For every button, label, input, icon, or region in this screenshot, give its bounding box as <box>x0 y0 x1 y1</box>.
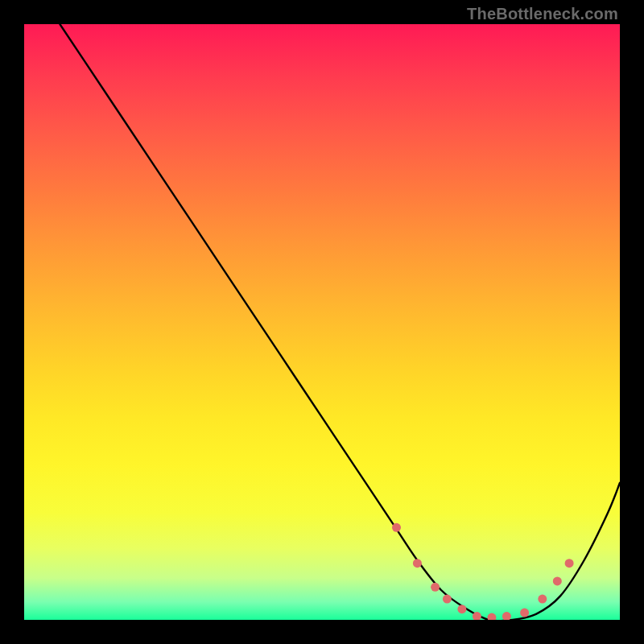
highlight-dot <box>502 612 511 620</box>
highlight-dot <box>413 559 422 568</box>
highlight-dot <box>392 523 401 532</box>
highlight-dot <box>565 559 574 568</box>
highlight-dot <box>443 595 452 604</box>
highlight-dot <box>431 583 440 592</box>
highlight-dot <box>553 576 562 585</box>
highlight-dots <box>392 523 574 620</box>
highlight-dot <box>487 613 496 620</box>
chart-container: TheBottleneck.com <box>0 0 644 644</box>
highlight-dot <box>538 595 547 604</box>
highlight-dot <box>457 605 466 613</box>
watermark-text: TheBottleneck.com <box>467 5 618 23</box>
curve-layer <box>24 24 620 620</box>
plot-area <box>24 24 620 620</box>
bottleneck-curve <box>60 24 620 620</box>
highlight-dot <box>520 609 529 617</box>
